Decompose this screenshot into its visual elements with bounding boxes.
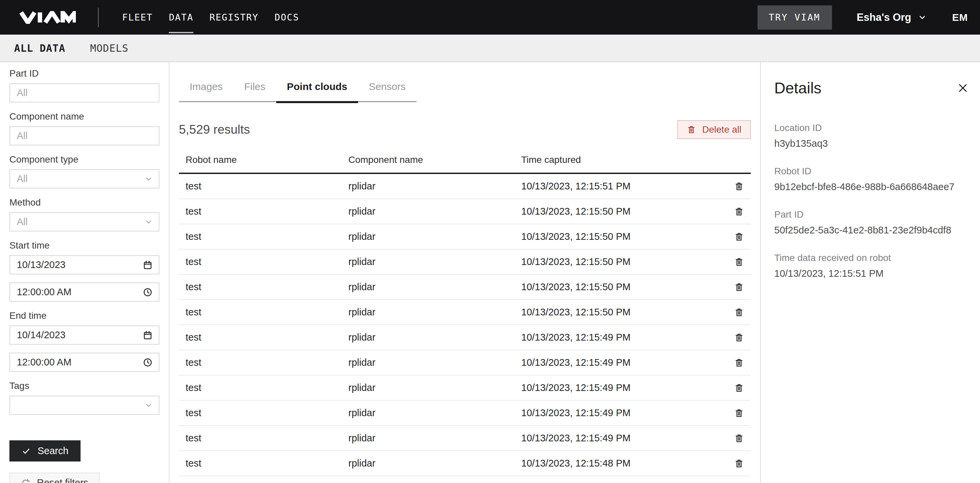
start-time-input[interactable]: 12:00:00 AM xyxy=(10,282,159,301)
trash-icon xyxy=(734,207,744,217)
table-row[interactable]: test rplidar 10/13/2023, 12:15:48 PM xyxy=(179,476,751,483)
delete-row-button[interactable] xyxy=(734,383,744,393)
try-viam-button[interactable]: TRY VIAM xyxy=(757,5,832,30)
end-time-input[interactable]: 12:00:00 AM xyxy=(10,353,159,372)
chevron-down-icon xyxy=(145,218,153,226)
start-time-value: 12:00:00 AM xyxy=(17,287,72,298)
topnav-right: TRY VIAM Esha's Org EM xyxy=(757,5,980,30)
delete-row-button[interactable] xyxy=(734,408,744,418)
cell-robot-name: test xyxy=(179,282,348,293)
cell-time-captured: 10/13/2023, 12:15:49 PM xyxy=(521,382,727,393)
detail-field-value: 10/13/2023, 12:15:51 PM xyxy=(774,268,969,279)
cell-robot-name: test xyxy=(179,231,348,242)
primary-nav-item[interactable]: FLEET xyxy=(122,10,153,24)
reset-filters-button[interactable]: Reset filters xyxy=(10,473,100,483)
cell-component-name: rplidar xyxy=(348,458,521,469)
trash-icon xyxy=(734,408,744,418)
data-type-tab[interactable]: Images xyxy=(179,78,233,102)
delete-row-button[interactable] xyxy=(734,433,744,443)
trash-icon xyxy=(734,232,744,242)
trash-icon xyxy=(734,182,744,191)
delete-row-button[interactable] xyxy=(734,282,744,292)
start-date-input[interactable]: 10/13/2023 xyxy=(10,255,159,274)
cell-robot-name: test xyxy=(179,332,348,343)
delete-all-label: Delete all xyxy=(702,124,741,135)
delete-row-button[interactable] xyxy=(734,358,744,368)
cell-component-name: rplidar xyxy=(348,407,521,419)
method-select[interactable]: All xyxy=(10,212,159,231)
part-id-input[interactable]: All xyxy=(10,83,159,102)
detail-field-value: h3yb135aq3 xyxy=(774,138,969,149)
table-row[interactable]: test rplidar 10/13/2023, 12:15:49 PM xyxy=(179,350,751,376)
primary-nav-item[interactable]: REGISTRY xyxy=(209,10,258,24)
clock-icon xyxy=(143,357,153,367)
data-type-tab[interactable]: Sensors xyxy=(358,78,417,102)
filters-sidebar: Part ID All Component name All Component… xyxy=(0,62,170,483)
trash-icon xyxy=(687,125,696,134)
delete-row-button[interactable] xyxy=(734,333,744,343)
cell-time-captured: 10/13/2023, 12:15:48 PM xyxy=(521,458,727,469)
calendar-icon xyxy=(143,330,153,340)
end-date-input[interactable]: 10/14/2023 xyxy=(10,325,159,344)
delete-row-button[interactable] xyxy=(734,307,744,317)
component-type-value: All xyxy=(17,173,27,184)
subnav-tab[interactable]: ALL DATA xyxy=(14,42,65,54)
trash-icon xyxy=(734,257,744,267)
component-name-placeholder: All xyxy=(17,130,27,142)
results-row: 5,529 results Delete all xyxy=(179,120,751,139)
table-row[interactable]: test rplidar 10/13/2023, 12:15:49 PM xyxy=(179,325,751,350)
details-panel: Details Location ID h3yb135aq3 Robot ID … xyxy=(760,62,980,483)
trash-icon xyxy=(734,459,744,469)
primary-nav-item[interactable]: DOCS xyxy=(275,10,299,24)
cell-component-name: rplidar xyxy=(348,256,521,267)
delete-row-button[interactable] xyxy=(734,257,744,267)
cell-component-name: rplidar xyxy=(348,206,521,217)
nav-divider xyxy=(98,8,99,27)
chevron-down-icon xyxy=(918,13,927,22)
details-title: Details xyxy=(774,79,822,97)
table-row[interactable]: test rplidar 10/13/2023, 12:15:49 PM xyxy=(179,426,751,451)
delete-row-button[interactable] xyxy=(734,459,744,469)
search-button[interactable]: Search xyxy=(10,440,81,462)
org-switcher[interactable]: Esha's Org xyxy=(857,11,927,24)
sub-nav: ALL DATA MODELS xyxy=(0,35,980,62)
component-name-input[interactable]: All xyxy=(10,126,159,145)
cell-robot-name: test xyxy=(179,307,348,318)
cell-component-name: rplidar xyxy=(348,382,521,393)
table-row[interactable]: test rplidar 10/13/2023, 12:15:50 PM xyxy=(179,250,751,275)
table-row[interactable]: test rplidar 10/13/2023, 12:15:49 PM xyxy=(179,401,751,426)
table-row[interactable]: test rplidar 10/13/2023, 12:15:51 PM xyxy=(179,174,751,199)
column-header-actions xyxy=(727,155,751,165)
data-content: Images Files Point clouds Sensors 5,529 … xyxy=(170,62,760,483)
table-row[interactable]: test rplidar 10/13/2023, 12:15:50 PM xyxy=(179,199,751,224)
delete-row-button[interactable] xyxy=(734,207,744,217)
table-row[interactable]: test rplidar 10/13/2023, 12:15:48 PM xyxy=(179,451,751,476)
table-row[interactable]: test rplidar 10/13/2023, 12:15:49 PM xyxy=(179,376,751,401)
user-avatar[interactable]: EM xyxy=(952,12,968,23)
tags-select[interactable] xyxy=(10,396,159,415)
table-row[interactable]: test rplidar 10/13/2023, 12:15:50 PM xyxy=(179,224,751,250)
subnav-tab[interactable]: MODELS xyxy=(90,42,129,54)
cell-robot-name: test xyxy=(179,357,348,368)
table-header: Robot name Component name Time captured xyxy=(179,155,751,174)
column-header-component-name: Component name xyxy=(348,155,521,165)
trash-icon xyxy=(734,282,744,292)
data-type-tab[interactable]: Point clouds xyxy=(276,78,358,102)
results-table: Robot name Component name Time captured … xyxy=(179,155,751,483)
cell-robot-name: test xyxy=(179,181,348,192)
close-details-button[interactable] xyxy=(957,82,969,94)
trash-icon xyxy=(734,358,744,368)
delete-all-button[interactable]: Delete all xyxy=(677,120,751,139)
cell-component-name: rplidar xyxy=(348,433,521,444)
data-type-tab[interactable]: Files xyxy=(233,78,276,102)
primary-nav-item[interactable]: DATA xyxy=(169,10,193,24)
table-row[interactable]: test rplidar 10/13/2023, 12:15:50 PM xyxy=(179,275,751,300)
viam-logo[interactable] xyxy=(19,11,76,24)
delete-row-button[interactable] xyxy=(734,182,744,191)
detail-field: Time data received on robot 10/13/2023, … xyxy=(774,253,969,279)
table-row[interactable]: test rplidar 10/13/2023, 12:15:50 PM xyxy=(179,300,751,325)
calendar-icon xyxy=(143,260,153,270)
delete-row-button[interactable] xyxy=(734,232,744,242)
component-type-select[interactable]: All xyxy=(10,169,159,188)
details-header: Details xyxy=(774,79,969,97)
